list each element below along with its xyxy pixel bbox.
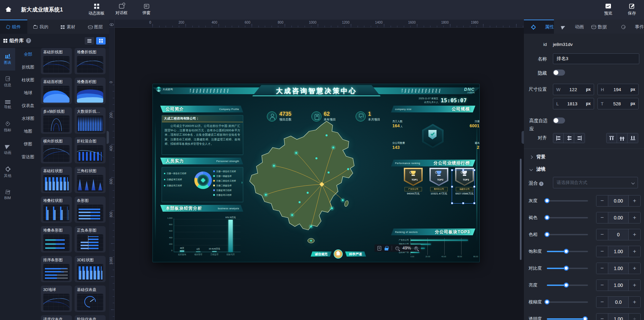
ranking-badge[interactable]: TOP2 贵州分公司 10321.47万元	[428, 168, 450, 195]
blend-select[interactable]: 请选择混合方式	[553, 177, 638, 188]
save-button[interactable]: 保存	[622, 0, 641, 20]
decrement-button[interactable]: −	[596, 314, 608, 320]
stepper-value[interactable]: 1.00	[608, 246, 629, 257]
selection-handle[interactable]	[473, 169, 475, 171]
tab-layers[interactable]: 图层	[82, 20, 109, 34]
slider-knob[interactable]	[583, 316, 588, 320]
align-left-button[interactable]	[553, 133, 564, 143]
component-card[interactable]: 堆叠面积图	[75, 78, 106, 104]
top-field[interactable]: T528px	[597, 98, 639, 109]
component-card[interactable]: 大数据折线…	[75, 107, 106, 134]
category-item[interactable]: 折线图	[15, 61, 41, 74]
align-middle-button[interactable]	[617, 133, 627, 143]
tab-components[interactable]: 组件	[0, 20, 27, 34]
component-card[interactable]: 基础柱状图	[41, 167, 72, 193]
align-top-button[interactable]	[607, 133, 617, 143]
increment-button[interactable]: +	[629, 280, 640, 291]
rail-item-animation[interactable]: 动画	[0, 138, 15, 161]
component-card[interactable]: 进度仪表盘	[41, 315, 72, 320]
component-card[interactable]: 3D柱状图	[75, 256, 106, 282]
slider-knob[interactable]	[564, 283, 569, 288]
selection-box[interactable]	[452, 170, 475, 204]
decrement-button[interactable]: −	[596, 246, 608, 257]
dashboard-artboard[interactable]: 大成咨询智慧决策中心 大成咨询 DNC大成咨询 2025-11-07 星期五农历…	[152, 84, 480, 262]
home-button[interactable]	[0, 0, 17, 20]
hidden-toggle[interactable]	[553, 70, 565, 76]
background-section[interactable]: 背景	[530, 154, 545, 160]
component-card[interactable]: 堆叠条形图	[41, 226, 72, 252]
popup-button[interactable]: 弹窗	[137, 0, 156, 20]
slider-knob[interactable]	[544, 232, 550, 237]
slider-knob[interactable]	[544, 299, 550, 304]
stepper-value[interactable]: 1.00	[608, 280, 629, 291]
increment-button[interactable]: +	[629, 229, 640, 240]
slider-track[interactable]	[547, 318, 588, 320]
stepper-value[interactable]: 0.0	[608, 297, 629, 308]
canvas[interactable]: 0200400600800100012001400160018001980 02…	[109, 20, 524, 320]
ranking-badge[interactable]: TOP1 广东分公司 94000万元	[402, 168, 424, 195]
width-field[interactable]: W122px	[553, 84, 594, 95]
align-center-button[interactable]	[564, 133, 574, 143]
zoom-level[interactable]: 49%	[402, 246, 411, 250]
align-right-button[interactable]	[574, 133, 585, 143]
category-item[interactable]: 地图	[15, 125, 41, 138]
rail-item-bim[interactable]: BIM	[0, 184, 15, 206]
selection-handle[interactable]	[473, 202, 475, 204]
component-card[interactable]: 阶段仪表盘	[75, 315, 106, 320]
height-field[interactable]: H194px	[597, 84, 639, 95]
rail-item-nav[interactable]: 导航	[0, 93, 15, 116]
tab-data[interactable]: 数据	[584, 20, 614, 34]
component-card[interactable]: 3D地球	[41, 286, 72, 312]
ruler-corner[interactable]	[109, 20, 115, 28]
filter-section[interactable]: 滤镜	[530, 166, 545, 172]
list-view-button[interactable]	[85, 37, 94, 45]
decrement-button[interactable]: −	[596, 229, 608, 240]
rail-item-charts[interactable]: 图表	[0, 48, 15, 71]
increment-button[interactable]: +	[629, 314, 640, 320]
collapse-right-panel-handle[interactable]	[522, 131, 524, 144]
slider-track[interactable]	[547, 234, 588, 235]
tab-animation[interactable]: 动画	[554, 20, 584, 34]
page-icon[interactable]	[377, 246, 381, 250]
selection-handle[interactable]	[451, 202, 453, 204]
stepper-value[interactable]: 0	[608, 229, 629, 240]
category-item[interactable]: 雷达图	[15, 151, 41, 163]
align-bottom-button[interactable]	[627, 133, 638, 143]
stepper-value[interactable]: 0.00	[608, 212, 629, 223]
stepper-value[interactable]: 0.00	[608, 195, 629, 206]
selection-handle[interactable]	[473, 186, 475, 188]
slider-knob[interactable]	[564, 249, 569, 254]
tab-properties[interactable]: 属性	[524, 20, 554, 34]
increment-button[interactable]: +	[629, 263, 640, 274]
component-card[interactable]: 正负条形图	[75, 226, 106, 252]
component-card[interactable]: 折柱混合图	[75, 137, 106, 163]
decrement-button[interactable]: −	[596, 280, 608, 291]
decrement-button[interactable]: −	[596, 195, 608, 206]
selection-handle[interactable]	[451, 186, 453, 188]
slider-track[interactable]	[547, 285, 588, 286]
zoom-out-button[interactable]	[395, 246, 399, 250]
slider-knob[interactable]	[544, 198, 550, 203]
increment-button[interactable]: +	[629, 297, 640, 308]
decrement-button[interactable]: −	[596, 212, 608, 223]
stepper-value[interactable]: 1.00	[608, 263, 629, 274]
slider-track[interactable]	[547, 251, 588, 252]
category-item[interactable]: 柱状图	[15, 74, 41, 86]
component-card[interactable]: 堆叠柱状图	[41, 196, 72, 223]
component-card[interactable]: 三角柱状图	[75, 167, 106, 193]
selection-handle[interactable]	[462, 202, 464, 204]
rail-item-other[interactable]: 其他	[0, 161, 15, 184]
component-card[interactable]: 条形图	[75, 196, 106, 223]
slider-track[interactable]	[547, 200, 588, 202]
collapse-left-panel-handle[interactable]	[107, 131, 109, 144]
stepper-value[interactable]: 1.00	[608, 314, 629, 320]
tab-mine[interactable]: 我的	[27, 20, 55, 34]
decrement-button[interactable]: −	[596, 263, 608, 274]
increment-button[interactable]: +	[629, 195, 640, 206]
category-item[interactable]: 饼图	[15, 138, 41, 151]
increment-button[interactable]: +	[629, 212, 640, 223]
component-card[interactable]: 基础折线图	[41, 48, 72, 74]
component-card[interactable]: 堆叠折线图	[75, 48, 106, 74]
rail-item-info[interactable]: 信息	[0, 71, 15, 93]
component-card[interactable]: 多x轴折线图	[41, 107, 72, 134]
